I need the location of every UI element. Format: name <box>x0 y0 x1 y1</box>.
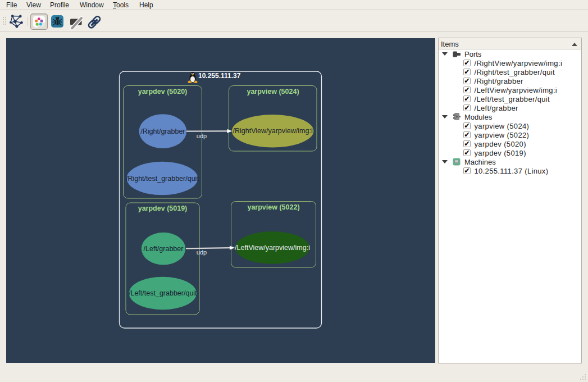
svg-text:/Right/grabber: /Right/grabber <box>140 128 185 135</box>
svg-text:/LeftView/yarpview/img:i: /LeftView/yarpview/img:i <box>235 244 310 252</box>
svg-text:udp: udp <box>197 133 207 139</box>
svg-text:/RightView/yarpview/img:i: /RightView/yarpview/img:i <box>233 127 313 135</box>
svg-text:10.255.111.37: 10.255.111.37 <box>198 72 241 80</box>
svg-text:yarpview (5024): yarpview (5024) <box>247 88 299 96</box>
svg-text:/Left/grabber: /Left/grabber <box>144 245 184 253</box>
svg-text:yarpdev (5019): yarpdev (5019) <box>138 204 188 212</box>
svg-text:/Right/test_grabber/quit: /Right/test_grabber/quit <box>126 175 199 183</box>
svg-text:yarpdev (5020): yarpdev (5020) <box>138 88 188 96</box>
svg-text:/Left/test_grabber/quit: /Left/test_grabber/quit <box>129 289 197 297</box>
svg-text:yarpview (5022): yarpview (5022) <box>247 203 299 211</box>
svg-text:udp: udp <box>197 249 207 256</box>
